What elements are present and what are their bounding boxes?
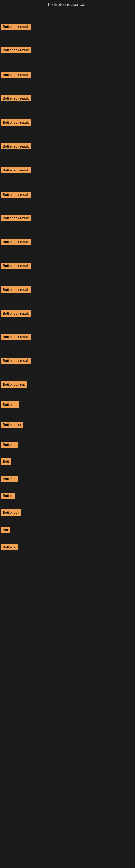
result-row[interactable]: Bottleneck result: [1, 310, 31, 318]
bottleneck-badge[interactable]: Bottleneck result: [1, 215, 31, 221]
result-row[interactable]: Bottleneck result: [1, 286, 31, 294]
result-row[interactable]: Bottleneck result: [1, 215, 31, 222]
result-row[interactable]: Bottleneck result: [1, 72, 31, 79]
result-row[interactable]: Bottleneck result: [1, 358, 31, 365]
result-row[interactable]: Bottleneck result: [1, 167, 31, 175]
result-row[interactable]: Bottleneck result: [1, 143, 31, 151]
bottleneck-badge[interactable]: Bottlene: [1, 476, 18, 482]
result-row[interactable]: Bottleneck result: [1, 24, 31, 31]
bottleneck-badge[interactable]: Bottler: [1, 493, 15, 499]
result-row[interactable]: Bottleneck result: [1, 47, 31, 54]
result-row[interactable]: Bot: [1, 527, 10, 534]
bottleneck-badge[interactable]: Bottlene: [1, 442, 18, 448]
bottleneck-badge[interactable]: Bottleneck result: [1, 143, 31, 150]
bottleneck-badge[interactable]: Bott: [1, 458, 11, 465]
bottleneck-badge[interactable]: Bottlene: [1, 544, 18, 550]
bottleneck-badge[interactable]: Bottleneck result: [1, 119, 31, 126]
result-row[interactable]: Bottler: [1, 493, 15, 500]
result-row[interactable]: Bottleneck: [1, 509, 21, 517]
bottleneck-badge[interactable]: Bot: [1, 527, 10, 533]
bottleneck-badge[interactable]: Bottleneck result: [1, 262, 31, 269]
bottleneck-badge[interactable]: Bottleneck result: [1, 191, 31, 198]
result-row[interactable]: Bottleneck result: [1, 262, 31, 270]
result-row[interactable]: Bottleneck result: [1, 239, 31, 246]
result-row[interactable]: Bottlene: [1, 544, 18, 552]
result-row[interactable]: Bottlene: [1, 476, 18, 483]
site-title: TheBottlenecker.com: [0, 0, 135, 8]
bottleneck-badge[interactable]: Bottleneck result: [1, 310, 31, 316]
result-row[interactable]: Bottleneck result: [1, 191, 31, 199]
result-row[interactable]: Bott: [1, 458, 11, 466]
result-row[interactable]: Bottlene: [1, 442, 18, 449]
bottleneck-badge[interactable]: Bottleneck res: [1, 381, 27, 388]
bottleneck-badge[interactable]: Bottleneck result: [1, 286, 31, 293]
bottleneck-badge[interactable]: Bottleneck result: [1, 24, 31, 30]
results-container: Bottleneck resultBottleneck resultBottle…: [0, 8, 135, 868]
bottleneck-badge[interactable]: Bottleneck r: [1, 422, 24, 428]
bottleneck-badge[interactable]: Bottleneck result: [1, 358, 31, 364]
bottleneck-badge[interactable]: Bottleneck result: [1, 334, 31, 340]
bottleneck-badge[interactable]: Bottleneck result: [1, 95, 31, 101]
bottleneck-badge[interactable]: Bottleneck result: [1, 167, 31, 173]
result-row[interactable]: Bottleneck r: [1, 422, 24, 429]
bottleneck-badge[interactable]: Bottlenec: [1, 401, 19, 408]
bottleneck-badge[interactable]: Bottleneck result: [1, 47, 31, 53]
bottleneck-badge[interactable]: Bottleneck: [1, 509, 21, 516]
result-row[interactable]: Bottleneck result: [1, 95, 31, 102]
result-row[interactable]: Bottlenec: [1, 401, 19, 409]
result-row[interactable]: Bottleneck result: [1, 119, 31, 127]
result-row[interactable]: Bottleneck result: [1, 334, 31, 341]
bottleneck-badge[interactable]: Bottleneck result: [1, 239, 31, 245]
result-row[interactable]: Bottleneck res: [1, 381, 27, 389]
bottleneck-badge[interactable]: Bottleneck result: [1, 72, 31, 78]
